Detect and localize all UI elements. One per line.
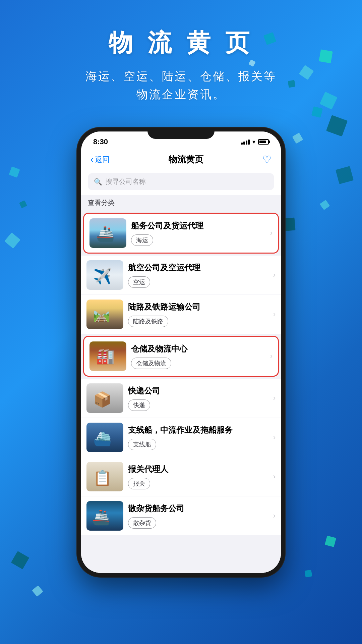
item-content-land: 陆路及铁路运输公司 陆路及铁路	[128, 302, 268, 327]
back-chevron-icon: ‹	[90, 154, 94, 165]
item-content-bulk: 散杂货船务公司 散杂货	[128, 503, 268, 529]
subtitle-line2: 物流企业资讯。	[136, 88, 226, 101]
item-title: 陆路及铁路运输公司	[128, 302, 268, 312]
chevron-right-icon: ›	[273, 512, 276, 520]
item-tag: 支线船	[128, 439, 156, 450]
subtitle-line1: 海运、空运、陆运、仓储、报关等	[85, 70, 277, 83]
item-title: 船务公司及货运代理	[131, 220, 265, 231]
phone-mockup: 8:30 ▾	[77, 127, 285, 577]
search-icon: 🔍	[94, 178, 102, 186]
back-button[interactable]: ‹ 返回	[90, 154, 110, 165]
item-title: 报关代理人	[128, 464, 268, 475]
item-tag: 快递	[128, 399, 150, 411]
chevron-right-icon: ›	[273, 271, 276, 279]
item-content-shipping: 船务公司及货运代理 海运	[131, 220, 265, 246]
page-title: 物 流 黄 页	[0, 27, 362, 59]
phone-notch	[147, 127, 215, 139]
item-tag: 空运	[128, 276, 150, 288]
item-tag: 仓储及物流	[131, 358, 171, 369]
list-item[interactable]: 报关代理人 报关 ›	[81, 457, 281, 496]
item-content-airline: 航空公司及空运代理 空运	[128, 262, 268, 288]
item-image-ship	[89, 218, 126, 248]
list-container: 船务公司及货运代理 海运 › 航空公司及空运代理 空运	[81, 211, 281, 573]
status-icons: ▾	[241, 138, 269, 146]
page-subtitle: 海运、空运、陆运、仓储、报关等 物流企业资讯。	[0, 67, 362, 104]
search-bar[interactable]: 🔍 搜寻公司名称	[88, 173, 274, 190]
status-time: 8:30	[93, 138, 108, 146]
chevron-right-icon: ›	[273, 310, 276, 319]
list-item[interactable]: 快递公司 快递 ›	[81, 379, 281, 418]
item-image-plane	[86, 260, 123, 290]
category-label: 查看分类	[81, 195, 281, 211]
item-title: 支线船，中流作业及拖船服务	[128, 425, 268, 435]
list-item[interactable]: 船务公司及货运代理 海运 ›	[83, 213, 279, 254]
search-input[interactable]: 搜寻公司名称	[106, 177, 146, 186]
chevron-right-icon: ›	[273, 394, 276, 402]
chevron-right-icon: ›	[270, 352, 273, 361]
item-tag: 散杂货	[128, 517, 156, 529]
item-content-customs: 报关代理人 报关	[128, 464, 268, 489]
item-content-warehouse: 仓储及物流中心 仓储及物流	[131, 343, 265, 369]
item-title: 散杂货船务公司	[128, 503, 268, 514]
favorite-button[interactable]: ♡	[262, 154, 272, 165]
item-content-courier: 快递公司 快递	[128, 385, 268, 411]
list-item[interactable]: 仓储及物流中心 仓储及物流 ›	[83, 336, 279, 377]
item-image-bulk	[86, 501, 123, 531]
item-image-feeder	[86, 423, 123, 452]
phone-screen: 8:30 ▾	[81, 131, 281, 573]
list-item[interactable]: 支线船，中流作业及拖船服务 支线船 ›	[81, 418, 281, 457]
item-tag: 报关	[128, 478, 150, 489]
list-item[interactable]: 陆路及铁路运输公司 陆路及铁路 ›	[81, 295, 281, 334]
list-item[interactable]: 散杂货船务公司 散杂货 ›	[81, 496, 281, 535]
nav-bar: ‹ 返回 物流黄页 ♡	[81, 150, 281, 169]
phone-frame: 8:30 ▾	[77, 127, 285, 577]
chevron-right-icon: ›	[273, 472, 276, 481]
item-tag: 海运	[131, 234, 153, 246]
wifi-icon: ▾	[252, 138, 255, 146]
chevron-right-icon: ›	[273, 433, 276, 442]
search-container: 🔍 搜寻公司名称	[81, 169, 281, 195]
item-title: 航空公司及空运代理	[128, 262, 268, 273]
chevron-right-icon: ›	[270, 229, 273, 237]
page-header: 物 流 黄 页 海运、空运、陆运、仓储、报关等 物流企业资讯。	[0, 0, 362, 104]
item-tag: 陆路及铁路	[128, 316, 168, 327]
nav-title: 物流黄页	[169, 154, 203, 165]
item-image-rail	[86, 300, 123, 329]
item-image-warehouse	[89, 341, 126, 371]
item-title: 快递公司	[128, 385, 268, 396]
signal-icon	[241, 140, 250, 145]
item-title: 仓储及物流中心	[131, 343, 265, 354]
item-image-customs	[86, 462, 123, 491]
battery-icon	[258, 139, 269, 145]
item-content-feeder: 支线船，中流作业及拖船服务 支线船	[128, 425, 268, 450]
back-label: 返回	[95, 155, 110, 165]
list-item[interactable]: 航空公司及空运代理 空运 ›	[81, 256, 281, 294]
item-image-courier	[86, 383, 123, 413]
